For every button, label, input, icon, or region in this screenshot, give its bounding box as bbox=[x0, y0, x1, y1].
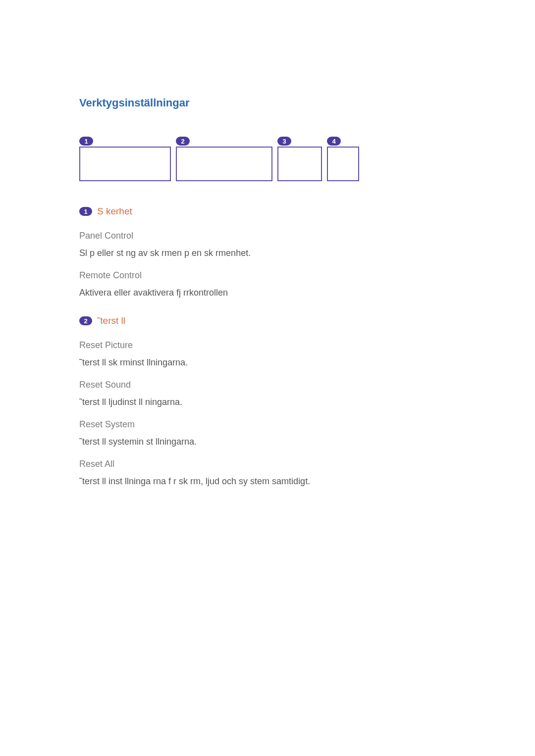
section-items-2: Reset Picture ˜terst ll sk rminst llning… bbox=[79, 340, 456, 487]
box-wrapper-3: 3 bbox=[277, 137, 322, 181]
item-title: Panel Control bbox=[79, 231, 456, 241]
box-2 bbox=[176, 147, 272, 181]
box-wrapper-4: 4 bbox=[327, 137, 359, 181]
section-1: 1 S kerhet Panel Control Sl p eller st n… bbox=[79, 206, 456, 298]
item-title: Reset Picture bbox=[79, 340, 456, 351]
section-items-1: Panel Control Sl p eller st ng av sk rme… bbox=[79, 231, 456, 298]
badge-3: 3 bbox=[277, 137, 291, 146]
item-desc: Sl p eller st ng av sk rmen p en sk rmen… bbox=[79, 248, 456, 258]
badge-1: 1 bbox=[79, 137, 93, 146]
page-title: Verktygsinställningar bbox=[79, 97, 456, 109]
box-1 bbox=[79, 147, 171, 181]
box-4 bbox=[327, 147, 359, 181]
badge-4: 4 bbox=[327, 137, 341, 146]
item-title: Reset System bbox=[79, 419, 456, 430]
section-header-2: 2 ˜terst ll bbox=[79, 315, 456, 326]
item-desc: ˜terst ll inst llninga rna f r sk rm, lj… bbox=[79, 476, 456, 487]
item-desc: ˜terst ll ljudinst ll ningarna. bbox=[79, 397, 456, 407]
box-wrapper-2: 2 bbox=[176, 137, 272, 181]
item-desc: ˜terst ll sk rminst llningarna. bbox=[79, 357, 456, 368]
box-3 bbox=[277, 147, 322, 181]
item-title: Reset All bbox=[79, 459, 456, 469]
boxes-row: 1 2 3 4 bbox=[79, 137, 456, 181]
section-badge-2: 2 bbox=[79, 316, 92, 325]
section-header-1: 1 S kerhet bbox=[79, 206, 456, 217]
item-desc: Aktivera eller avaktivera fj rrkontrolle… bbox=[79, 288, 456, 298]
section-title-1: S kerhet bbox=[97, 206, 132, 217]
page-container: Verktygsinställningar 1 2 3 4 1 S kerhet… bbox=[0, 0, 535, 487]
item-desc: ˜terst ll systemin st llningarna. bbox=[79, 437, 456, 447]
section-badge-1: 1 bbox=[79, 207, 92, 216]
badge-2: 2 bbox=[176, 137, 190, 146]
section-2: 2 ˜terst ll Reset Picture ˜terst ll sk r… bbox=[79, 315, 456, 487]
item-title: Reset Sound bbox=[79, 380, 456, 390]
box-wrapper-1: 1 bbox=[79, 137, 171, 181]
section-title-2: ˜terst ll bbox=[97, 315, 125, 326]
item-title: Remote Control bbox=[79, 270, 456, 281]
